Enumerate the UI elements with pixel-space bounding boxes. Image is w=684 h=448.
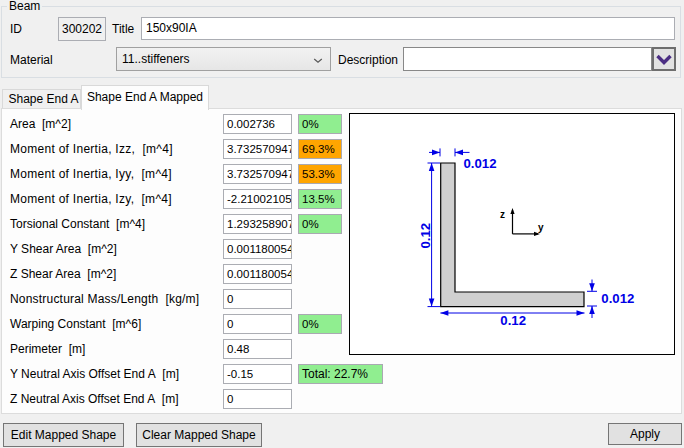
svg-text:0.12: 0.12 xyxy=(418,223,433,249)
svg-text:0.12: 0.12 xyxy=(500,313,526,328)
svg-text:0.012: 0.012 xyxy=(464,156,497,171)
svg-text:z: z xyxy=(500,209,505,220)
svg-text:y: y xyxy=(538,222,544,233)
svg-text:0.012: 0.012 xyxy=(601,291,634,306)
